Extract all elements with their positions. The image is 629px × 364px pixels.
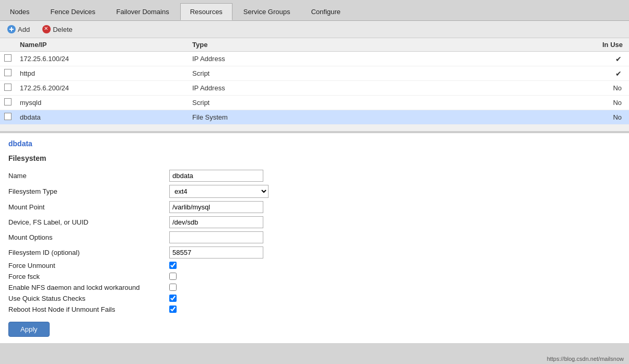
col-name: Name/IP [16,38,188,52]
mount-point-label: Mount Point [8,203,165,211]
force-fsck-label: Force fsck [8,273,165,280]
fs-type-select[interactable]: ext4 ext3 xfs nfs [169,185,269,198]
detail-title[interactable]: dbdata [8,139,621,148]
row-checkbox[interactable] [4,84,11,91]
reboot-host-checkbox[interactable] [169,306,177,313]
mount-options-label: Mount Options [8,233,165,241]
fs-id-label: Filesystem ID (optional) [8,249,165,256]
checkmark-icon: ✔ [615,55,622,63]
row-in-use: ✔ [447,52,629,66]
row-in-use: No [447,96,629,110]
quick-status-checkbox[interactable] [169,295,177,302]
row-type: IP Address [188,81,447,96]
row-type: File System [188,110,447,125]
mount-point-input[interactable] [169,201,263,213]
delete-icon [42,25,51,33]
form-grid: Name Filesystem Type ext4 ext3 xfs nfs M… [8,170,621,313]
tab-fence-devices[interactable]: Fence Devices [41,3,106,20]
add-label: Add [18,26,30,33]
tab-failover-domains[interactable]: Failover Domains [107,3,179,20]
tab-nodes[interactable]: Nodes [0,3,40,20]
table-row[interactable]: 172.25.6.200/24IP AddressNo [0,81,629,96]
device-label: Device, FS Label, or UUID [8,218,165,226]
row-checkbox[interactable] [4,54,11,62]
col-type: Type [188,38,447,52]
add-icon [7,25,16,33]
fs-id-input[interactable] [169,246,263,259]
resource-table: Name/IP Type In Use 172.25.6.100/24IP Ad… [0,38,629,131]
table-row[interactable]: httpdScript✔ [0,66,629,81]
quick-status-label: Use Quick Status Checks [8,295,165,302]
delete-label: Delete [53,26,73,33]
add-button[interactable]: Add [5,24,32,34]
apply-button[interactable]: Apply [8,322,50,337]
spacer-row [0,125,629,131]
section-heading: Filesystem [8,154,621,162]
delete-button[interactable]: Delete [40,24,75,34]
force-unmount-checkbox[interactable] [169,262,177,269]
row-checkbox[interactable] [4,69,11,76]
row-checkbox[interactable] [4,113,11,120]
fs-type-label: Filesystem Type [8,187,165,195]
name-label: Name [8,172,165,180]
tab-service-groups[interactable]: Service Groups [234,3,300,20]
mount-options-input[interactable] [169,231,263,243]
row-name: httpd [16,66,188,81]
table-row[interactable]: 172.25.6.100/24IP Address✔ [0,52,629,66]
detail-panel: dbdata Filesystem Name Filesystem Type e… [0,132,629,343]
tab-configure[interactable]: Configure [301,3,350,20]
enable-nfs-label: Enable NFS daemon and lockd workaround [8,284,165,291]
toolbar: Add Delete [0,21,629,38]
main-content: Name/IP Type In Use 172.25.6.100/24IP Ad… [0,38,629,343]
row-type: Script [188,96,447,110]
row-in-use: No [447,110,629,125]
row-in-use: No [447,81,629,96]
table-row[interactable]: mysqldScriptNo [0,96,629,110]
row-name: 172.25.6.100/24 [16,52,188,66]
row-name: mysqld [16,96,188,110]
row-name: 172.25.6.200/24 [16,81,188,96]
row-checkbox[interactable] [4,98,11,105]
device-input[interactable] [169,216,263,228]
force-fsck-checkbox[interactable] [169,273,177,280]
tab-bar: Nodes Fence Devices Failover Domains Res… [0,0,629,21]
col-in-use: In Use [447,38,629,52]
name-input[interactable] [169,170,263,182]
checkmark-icon: ✔ [615,69,622,78]
table-row[interactable]: dbdataFile SystemNo [0,110,629,125]
reboot-host-label: Reboot Host Node if Unmount Fails [8,306,165,313]
col-check [0,38,16,52]
enable-nfs-checkbox[interactable] [169,284,177,291]
force-unmount-label: Force Unmount [8,262,165,269]
tab-resources[interactable]: Resources [180,3,232,20]
row-in-use: ✔ [447,66,629,81]
row-type: IP Address [188,52,447,66]
table-container: Name/IP Type In Use 172.25.6.100/24IP Ad… [0,38,629,132]
row-name: dbdata [16,110,188,125]
row-type: Script [188,66,447,81]
